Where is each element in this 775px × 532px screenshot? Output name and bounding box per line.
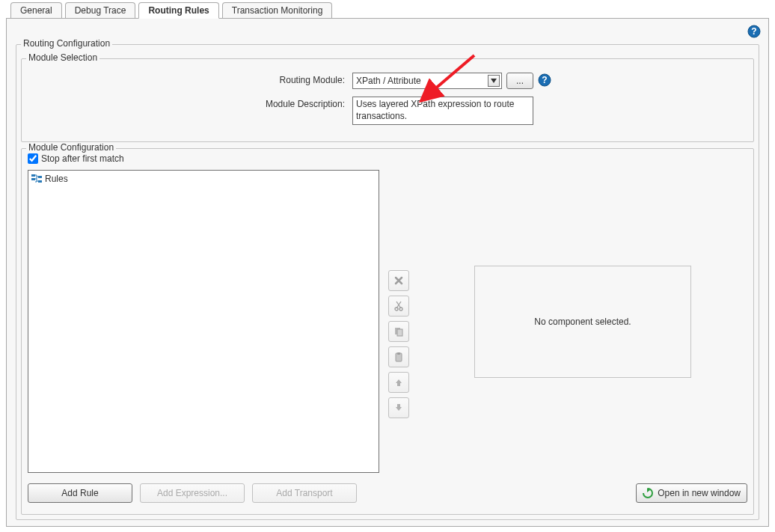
cut-button[interactable] bbox=[388, 296, 409, 317]
module-config-body: Rules bbox=[28, 170, 747, 473]
rules-root-node[interactable]: Rules bbox=[31, 174, 376, 184]
rules-tree-icon bbox=[31, 174, 42, 183]
rules-tree[interactable]: Rules bbox=[28, 170, 379, 473]
stop-after-first-match-checkbox[interactable] bbox=[28, 153, 38, 164]
chevron-down-icon bbox=[488, 75, 500, 87]
module-selection-legend: Module Selection bbox=[26, 52, 99, 63]
tab-bar: General Debug Trace Routing Rules Transa… bbox=[0, 0, 775, 18]
copy-button[interactable] bbox=[388, 321, 409, 342]
module-description-label: Module Description: bbox=[31, 97, 352, 109]
module-description-row: Module Description: Uses layered XPath e… bbox=[31, 97, 744, 125]
stop-after-first-match-label: Stop after first match bbox=[41, 153, 124, 164]
detail-panel: No component selected. bbox=[418, 170, 747, 473]
svg-text:?: ? bbox=[542, 75, 547, 85]
routing-module-value: XPath / Attribute bbox=[356, 76, 421, 86]
rules-root-label: Rules bbox=[45, 174, 68, 184]
routing-configuration-group: Routing Configuration Module Selection R… bbox=[16, 44, 759, 520]
add-expression-button[interactable]: Add Expression... bbox=[140, 483, 245, 503]
routing-module-combo[interactable]: XPath / Attribute bbox=[352, 73, 502, 89]
paste-button[interactable] bbox=[388, 346, 409, 367]
open-new-window-button[interactable]: Open in new window bbox=[636, 483, 747, 503]
add-transport-button[interactable]: Add Transport bbox=[252, 483, 357, 503]
delete-button[interactable] bbox=[388, 270, 409, 291]
module-description-value: Uses layered XPath expression to route t… bbox=[352, 97, 533, 125]
stop-after-first-match-row: Stop after first match bbox=[28, 153, 747, 164]
module-configuration-legend: Module Configuration bbox=[26, 142, 116, 153]
bottom-bar: Add Rule Add Expression... Add Transport… bbox=[28, 483, 747, 503]
bottom-left-buttons: Add Rule Add Expression... Add Transport bbox=[28, 483, 357, 503]
svg-rect-7 bbox=[38, 176, 42, 178]
open-new-window-icon bbox=[643, 488, 653, 498]
panel-help-icon[interactable]: ? bbox=[747, 25, 761, 40]
tab-routing-rules[interactable]: Routing Rules bbox=[138, 2, 218, 19]
routing-module-help-icon[interactable]: ? bbox=[538, 73, 551, 89]
svg-rect-8 bbox=[38, 180, 42, 183]
rules-toolbar bbox=[388, 170, 409, 473]
module-selection-group: Module Selection Routing Module: XPath /… bbox=[21, 58, 754, 142]
routing-configuration-legend: Routing Configuration bbox=[21, 38, 112, 49]
routing-rules-panel: ? Routing Configuration Module Selection… bbox=[6, 18, 769, 527]
svg-rect-12 bbox=[397, 329, 402, 336]
routing-module-label: Routing Module: bbox=[31, 73, 352, 85]
svg-rect-14 bbox=[397, 352, 400, 355]
tab-debug-trace[interactable]: Debug Trace bbox=[65, 2, 136, 18]
tab-transaction-monitoring[interactable]: Transaction Monitoring bbox=[222, 2, 333, 18]
move-down-button[interactable] bbox=[388, 397, 409, 418]
svg-rect-6 bbox=[31, 178, 35, 180]
svg-text:?: ? bbox=[751, 26, 756, 37]
open-new-window-label: Open in new window bbox=[658, 488, 741, 498]
module-configuration-group: Module Configuration Stop after first ma… bbox=[21, 148, 754, 515]
tab-general[interactable]: General bbox=[10, 2, 62, 18]
no-component-placeholder: No component selected. bbox=[474, 266, 691, 378]
add-rule-button[interactable]: Add Rule bbox=[28, 483, 132, 503]
svg-rect-5 bbox=[31, 174, 35, 177]
routing-module-row: Routing Module: XPath / Attribute ... ? bbox=[31, 73, 744, 89]
move-up-button[interactable] bbox=[388, 372, 409, 393]
no-component-label: No component selected. bbox=[534, 317, 631, 327]
routing-module-browse-button[interactable]: ... bbox=[506, 73, 533, 89]
bottom-right-buttons: Open in new window bbox=[636, 483, 747, 503]
app-root: General Debug Trace Routing Rules Transa… bbox=[0, 0, 775, 532]
